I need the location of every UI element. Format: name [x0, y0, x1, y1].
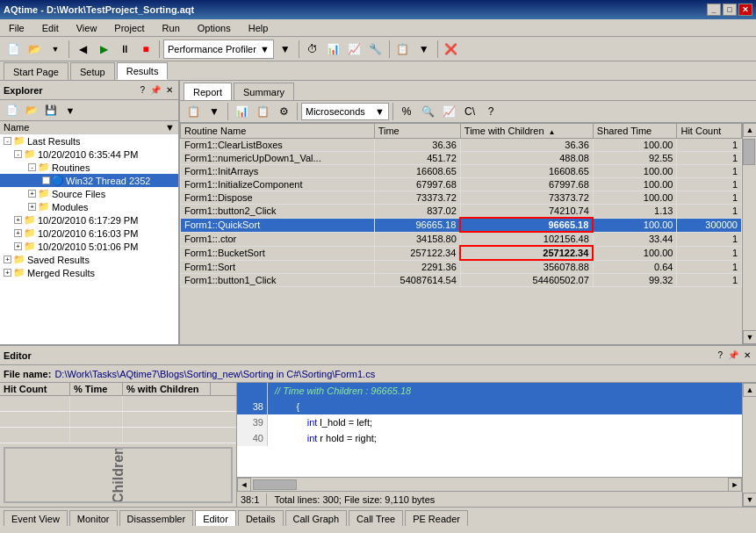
menu-edit[interactable]: Edit: [37, 21, 64, 35]
vertical-scrollbar[interactable]: ▲ ▼: [742, 123, 756, 344]
editor-scroll-up[interactable]: ▲: [743, 383, 756, 397]
explorer-open-btn[interactable]: 📂: [23, 103, 40, 119]
toolbar-arrow2-btn[interactable]: ▼: [414, 40, 434, 59]
expand-source[interactable]: +: [28, 190, 36, 198]
col-time-children[interactable]: Time with Children ▲: [460, 124, 593, 139]
table-row[interactable]: Form1::Dispose73373.7273373.72100.001: [181, 191, 742, 205]
tab-details[interactable]: Details: [238, 510, 284, 526]
editor-scroll-track[interactable]: [743, 397, 756, 493]
explorer-save-btn[interactable]: 💾: [42, 103, 60, 119]
col-time[interactable]: Time: [374, 124, 460, 139]
expand-routines[interactable]: -: [28, 163, 36, 171]
scroll-down-btn[interactable]: ▼: [743, 330, 756, 344]
col-shared-time[interactable]: Shared Time: [593, 124, 677, 139]
table-row[interactable]: Form1::.ctor34158.80102156.4833.441: [181, 232, 742, 246]
tab-editor[interactable]: Editor: [195, 510, 236, 526]
table-row[interactable]: Form1::ClearListBoxes36.3636.36100.001: [181, 139, 742, 152]
table-row[interactable]: Form1::BucketSort257122.34257122.34100.0…: [181, 246, 742, 260]
expand-date4[interactable]: +: [14, 242, 22, 250]
tree-item-thread[interactable]: + 🔵 Win32 Thread 2352: [0, 174, 178, 187]
tree-item-date3[interactable]: + 📁 10/20/2010 6:16:03 PM: [0, 227, 178, 240]
table-row[interactable]: Form1::InitializeComponent67997.6867997.…: [181, 178, 742, 191]
horizontal-scrollbar[interactable]: ◄ ►: [237, 477, 742, 491]
table-row[interactable]: Form1::QuickSort96665.1896665.18100.0030…: [181, 218, 742, 232]
editor-scrollbar-v[interactable]: ▲ ▼: [742, 383, 756, 507]
scroll-track[interactable]: [743, 137, 756, 330]
tab-monitor[interactable]: Monitor: [69, 510, 118, 526]
toolbar-btn5[interactable]: 📈: [345, 40, 364, 59]
tab-results[interactable]: Results: [117, 62, 169, 80]
report-btn8[interactable]: 📈: [439, 102, 458, 121]
tree-item-date4[interactable]: + 📁 10/20/2010 5:01:06 PM: [0, 240, 178, 253]
expand-thread[interactable]: +: [42, 176, 50, 184]
report-btn2[interactable]: ▼: [205, 102, 224, 121]
tab-event-view[interactable]: Event View: [4, 510, 68, 526]
scroll-up-btn[interactable]: ▲: [743, 123, 756, 137]
minimize-button[interactable]: _: [707, 4, 721, 16]
stop-button[interactable]: ■: [136, 40, 155, 59]
new-button[interactable]: 📄: [4, 40, 23, 59]
scroll-right-btn[interactable]: ►: [728, 478, 742, 492]
tree-item-merged[interactable]: + 📁 Merged Results: [0, 266, 178, 279]
save-button[interactable]: ▼: [46, 40, 65, 59]
toolbar-clock-btn[interactable]: ⏱: [303, 40, 322, 59]
scroll-h-thumb[interactable]: [253, 479, 297, 490]
tab-call-graph[interactable]: Call Graph: [285, 510, 348, 526]
expand-modules[interactable]: +: [28, 203, 36, 211]
tab-pe-reader[interactable]: PE Reader: [405, 510, 468, 526]
col-hit-count[interactable]: Hit Count: [677, 124, 742, 139]
scroll-left-btn[interactable]: ◄: [237, 478, 251, 492]
profiler-dropdown[interactable]: Performance Profiler ▼: [163, 40, 274, 59]
tab-disassembler[interactable]: Disassembler: [119, 510, 194, 526]
menu-help[interactable]: Help: [243, 21, 274, 35]
expand-date3[interactable]: +: [14, 229, 22, 237]
tab-start-page[interactable]: Start Page: [4, 62, 68, 80]
editor-pin-icon[interactable]: 📌: [726, 349, 740, 361]
explorer-new-btn[interactable]: 📄: [4, 103, 21, 119]
toolbar-btn4[interactable]: 📊: [324, 40, 343, 59]
expand-date2[interactable]: +: [14, 216, 22, 224]
pause-button[interactable]: ⏸: [115, 40, 134, 59]
expand-saved[interactable]: +: [4, 256, 11, 263]
explorer-dropdown-btn[interactable]: ▼: [61, 103, 79, 119]
editor-scroll-down[interactable]: ▼: [743, 493, 756, 507]
report-btn9[interactable]: C\: [460, 102, 479, 121]
expand-last-results[interactable]: -: [4, 137, 11, 145]
maximize-button[interactable]: □: [723, 4, 737, 16]
report-btn7[interactable]: 🔍: [418, 102, 437, 121]
scroll-h-track[interactable]: [251, 479, 728, 491]
expand-merged[interactable]: +: [4, 269, 11, 277]
editor-help-icon[interactable]: ?: [716, 349, 724, 361]
close-button[interactable]: ✕: [738, 4, 752, 16]
toolbar-arrow-btn[interactable]: ▼: [276, 40, 295, 59]
scroll-thumb[interactable]: [743, 139, 755, 165]
report-btn6[interactable]: %: [397, 102, 416, 121]
tab-call-tree[interactable]: Call Tree: [349, 510, 403, 526]
menu-run[interactable]: Run: [157, 21, 185, 35]
explorer-close-icon[interactable]: ✕: [164, 84, 175, 96]
expand-date1[interactable]: -: [14, 150, 22, 158]
toolbar-help-btn[interactable]: ❌: [442, 40, 461, 59]
report-btn5[interactable]: ⚙: [274, 102, 293, 121]
tab-summary[interactable]: Summary: [234, 83, 294, 100]
toolbar-btn6[interactable]: 🔧: [366, 40, 385, 59]
back-button[interactable]: ◀: [73, 40, 92, 59]
open-button[interactable]: 📂: [25, 40, 44, 59]
tree-item-date1[interactable]: - 📁 10/20/2010 6:35:44 PM: [0, 148, 178, 161]
toolbar-doc-btn[interactable]: 📋: [393, 40, 413, 59]
explorer-pin-icon[interactable]: 📌: [148, 84, 162, 96]
editor-close-icon[interactable]: ✕: [742, 349, 752, 361]
tree-item-date2[interactable]: + 📁 10/20/2010 6:17:29 PM: [0, 213, 178, 227]
tab-report[interactable]: Report: [184, 83, 232, 100]
run-button[interactable]: ▶: [94, 40, 113, 59]
tree-item-routines[interactable]: - 📁 Routines: [0, 161, 178, 174]
table-row[interactable]: Form1::InitArrays16608.6516608.65100.001: [181, 165, 742, 178]
menu-view[interactable]: View: [71, 21, 103, 35]
menu-options[interactable]: Options: [192, 21, 236, 35]
menu-file[interactable]: File: [4, 21, 30, 35]
report-btn10[interactable]: ?: [481, 102, 500, 121]
report-btn3[interactable]: 📊: [232, 102, 251, 121]
report-btn1[interactable]: 📋: [184, 102, 203, 121]
menu-project[interactable]: Project: [109, 21, 149, 35]
tree-item-last-results[interactable]: - 📁 Last Results: [0, 134, 178, 148]
